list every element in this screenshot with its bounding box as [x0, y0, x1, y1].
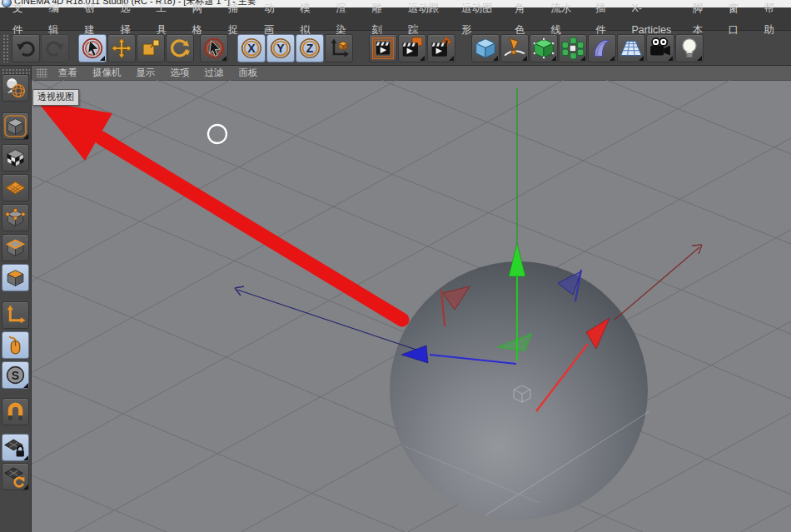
- bend-deformer-icon: [590, 37, 614, 60]
- viewport-menu-bar: 查看 摄像机 显示 选项 过滤 面板: [32, 66, 791, 81]
- clapperboard-gear-icon: [430, 37, 453, 60]
- workplane-icon: [4, 177, 27, 199]
- menu-window[interactable]: 窗口: [719, 0, 755, 41]
- redo-button[interactable]: [41, 34, 69, 62]
- perspective-viewport[interactable]: 查看 摄像机 显示 选项 过滤 面板 透视视图: [32, 66, 791, 532]
- lock-y-axis-button[interactable]: Y: [266, 34, 295, 62]
- redo-icon: [44, 37, 66, 59]
- cursor-rings-icon: [81, 37, 104, 60]
- move-tool-button[interactable]: [107, 34, 136, 62]
- view-tooltip: 透视视图: [32, 89, 79, 106]
- viewport-menu-display[interactable]: 显示: [129, 67, 163, 79]
- interactive-workplane-button[interactable]: [2, 463, 29, 490]
- live-selection-button[interactable]: [78, 34, 107, 62]
- add-deformer-button[interactable]: [588, 34, 616, 62]
- undo-icon: [15, 37, 37, 59]
- viewport-menu-view[interactable]: 查看: [51, 67, 85, 79]
- render-settings-button[interactable]: [427, 34, 455, 62]
- lock-x-axis-button[interactable]: X: [237, 34, 266, 62]
- camera-icon: [649, 37, 672, 60]
- green-cube-icon: [532, 37, 555, 60]
- green-array-icon: [561, 37, 585, 60]
- tweak-mode-button[interactable]: [2, 331, 29, 359]
- add-modeling-object-button[interactable]: [559, 34, 587, 62]
- render-picture-viewer-button[interactable]: [398, 34, 426, 62]
- make-editable-icon: [4, 77, 27, 99]
- selection-tool-button[interactable]: [200, 34, 228, 62]
- edges-mode-icon: [4, 236, 27, 259]
- cursor-circle: [208, 125, 227, 144]
- axis-z-label: Z: [306, 41, 314, 54]
- scale-icon: [140, 37, 162, 59]
- sphere-object[interactable]: [390, 261, 648, 520]
- scene-canvas[interactable]: [32, 80, 791, 532]
- grid-lock-icon: [4, 436, 27, 459]
- grid-cycle-icon: [4, 465, 27, 488]
- magnet-icon: [4, 400, 27, 423]
- x-axis-line: [614, 247, 699, 320]
- light-bulb-icon: [678, 37, 701, 60]
- clapperboard-picture-icon: [400, 37, 424, 60]
- viewport-drag-handle[interactable]: [37, 68, 47, 77]
- axis-x-label: X: [247, 41, 256, 54]
- undo-button[interactable]: [12, 34, 40, 62]
- points-mode-icon: [4, 206, 27, 229]
- floor-grid-lines: [32, 80, 791, 532]
- edges-mode-button[interactable]: [2, 234, 29, 261]
- polygons-mode-button[interactable]: [2, 264, 29, 291]
- coordinate-system-button[interactable]: [325, 34, 353, 62]
- blue-cube-icon: [474, 37, 497, 60]
- y-axis-arrow-handle[interactable]: [509, 243, 525, 276]
- pen-spline-icon: [503, 37, 526, 60]
- make-editable-button[interactable]: [2, 74, 29, 102]
- add-spline-button[interactable]: [500, 34, 529, 62]
- locked-workplane-button[interactable]: [2, 434, 29, 461]
- annotation-arrow: [37, 101, 402, 320]
- rotate-tool-button[interactable]: [166, 34, 194, 62]
- sidebar-drag-handle[interactable]: [2, 68, 30, 74]
- viewport-menu-cameras[interactable]: 摄像机: [85, 67, 129, 79]
- axis-l-icon: [4, 304, 27, 326]
- viewport-menu-options[interactable]: 选项: [163, 67, 197, 79]
- main-toolbar: X Y Z: [0, 31, 791, 66]
- workplane-mode-button[interactable]: [2, 174, 29, 201]
- points-mode-button[interactable]: [2, 204, 29, 231]
- enable-snap-button[interactable]: [2, 398, 29, 425]
- add-subdivision-surface-button[interactable]: [530, 34, 558, 62]
- texture-mode-button[interactable]: [2, 144, 29, 172]
- scale-tool-button[interactable]: [137, 34, 165, 62]
- axis-y-label: Y: [276, 41, 285, 54]
- rotate-icon: [169, 37, 191, 59]
- mode-palette-sidebar: S: [0, 66, 32, 532]
- solo-label: S: [12, 369, 19, 382]
- add-floor-button[interactable]: [617, 34, 645, 62]
- add-camera-button[interactable]: [646, 34, 674, 62]
- cursor-rings-icon: [202, 37, 226, 60]
- clapperboard-frame-icon: [371, 37, 395, 60]
- menu-bar: 文件 编辑 创建 选择 工具 网格 捕捉 动画 模拟 渲染 雕刻 运动跟踪 运动…: [0, 7, 791, 31]
- axis-cube-icon: [328, 37, 350, 59]
- menu-help[interactable]: 帮助: [755, 0, 791, 41]
- add-cube-button[interactable]: [471, 34, 500, 62]
- polygons-mode-icon: [4, 266, 27, 289]
- viewport-menu-panel[interactable]: 面板: [231, 67, 266, 79]
- add-light-button[interactable]: [675, 34, 704, 62]
- floor-grid-icon: [619, 37, 643, 60]
- render-view-button[interactable]: [369, 34, 397, 62]
- move-icon: [111, 37, 132, 59]
- mouse-icon: [4, 334, 27, 356]
- toolbar-drag-handle[interactable]: [2, 34, 10, 62]
- enable-axis-button[interactable]: [2, 301, 29, 329]
- model-mode-icon: [4, 115, 27, 137]
- texture-mode-icon: [4, 147, 27, 169]
- model-mode-button[interactable]: [2, 112, 29, 140]
- viewport-solo-button[interactable]: S: [2, 361, 29, 389]
- viewport-menu-filter[interactable]: 过滤: [197, 67, 231, 79]
- lock-z-axis-button[interactable]: Z: [296, 34, 324, 62]
